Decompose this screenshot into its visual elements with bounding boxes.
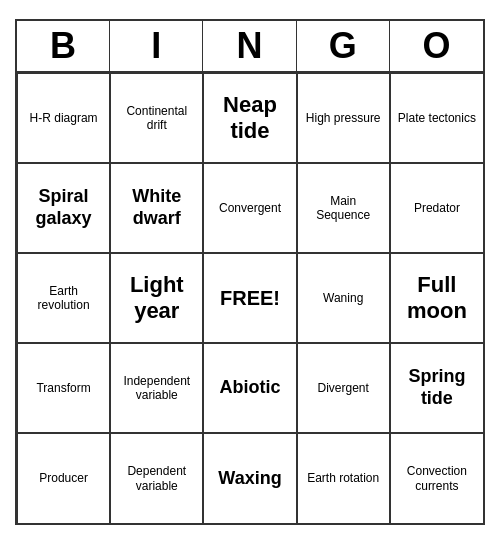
cell-label: White dwarf	[115, 186, 198, 229]
bingo-cell[interactable]: Waning	[297, 253, 390, 343]
cell-label: Continental drift	[115, 104, 198, 133]
cell-label: Transform	[36, 381, 90, 395]
header-letter: I	[110, 21, 203, 71]
bingo-header: BINGO	[17, 21, 483, 73]
bingo-cell[interactable]: Divergent	[297, 343, 390, 433]
bingo-cell[interactable]: Plate tectonics	[390, 73, 483, 163]
bingo-cell[interactable]: Main Sequence	[297, 163, 390, 253]
cell-label: Neap tide	[208, 92, 291, 145]
cell-label: Convection currents	[395, 464, 479, 493]
cell-label: Spiral galaxy	[22, 186, 105, 229]
header-letter: O	[390, 21, 483, 71]
cell-label: Waxing	[218, 468, 281, 490]
cell-label: High pressure	[306, 111, 381, 125]
bingo-cell[interactable]: Earth revolution	[17, 253, 110, 343]
bingo-cell[interactable]: Light year	[110, 253, 203, 343]
bingo-cell[interactable]: Neap tide	[203, 73, 296, 163]
bingo-cell[interactable]: Earth rotation	[297, 433, 390, 523]
cell-label: Dependent variable	[115, 464, 198, 493]
header-letter: G	[297, 21, 390, 71]
cell-label: Earth rotation	[307, 471, 379, 485]
bingo-cell[interactable]: Predator	[390, 163, 483, 253]
bingo-cell[interactable]: Spring tide	[390, 343, 483, 433]
bingo-cell[interactable]: Continental drift	[110, 73, 203, 163]
bingo-cell[interactable]: H-R diagram	[17, 73, 110, 163]
cell-label: Abiotic	[219, 377, 280, 399]
cell-label: Predator	[414, 201, 460, 215]
cell-label: Waning	[323, 291, 363, 305]
cell-label: Producer	[39, 471, 88, 485]
cell-label: Light year	[115, 272, 198, 325]
bingo-cell[interactable]: Spiral galaxy	[17, 163, 110, 253]
bingo-cell[interactable]: Convection currents	[390, 433, 483, 523]
cell-label: Plate tectonics	[398, 111, 476, 125]
bingo-cell[interactable]: White dwarf	[110, 163, 203, 253]
cell-label: Earth revolution	[22, 284, 105, 313]
bingo-cell[interactable]: Abiotic	[203, 343, 296, 433]
cell-label: Spring tide	[395, 366, 479, 409]
cell-label: Independent variable	[115, 374, 198, 403]
bingo-cell[interactable]: FREE!	[203, 253, 296, 343]
bingo-cell[interactable]: Transform	[17, 343, 110, 433]
bingo-cell[interactable]: High pressure	[297, 73, 390, 163]
header-letter: N	[203, 21, 296, 71]
bingo-cell[interactable]: Producer	[17, 433, 110, 523]
cell-label: Divergent	[318, 381, 369, 395]
bingo-cell[interactable]: Convergent	[203, 163, 296, 253]
cell-label: Main Sequence	[302, 194, 385, 223]
bingo-cell[interactable]: Full moon	[390, 253, 483, 343]
bingo-cell[interactable]: Waxing	[203, 433, 296, 523]
bingo-grid: H-R diagramContinental driftNeap tideHig…	[17, 73, 483, 523]
bingo-cell[interactable]: Independent variable	[110, 343, 203, 433]
header-letter: B	[17, 21, 110, 71]
cell-label: FREE!	[220, 286, 280, 310]
cell-label: Full moon	[395, 272, 479, 325]
cell-label: H-R diagram	[30, 111, 98, 125]
bingo-cell[interactable]: Dependent variable	[110, 433, 203, 523]
bingo-card: BINGO H-R diagramContinental driftNeap t…	[15, 19, 485, 525]
cell-label: Convergent	[219, 201, 281, 215]
